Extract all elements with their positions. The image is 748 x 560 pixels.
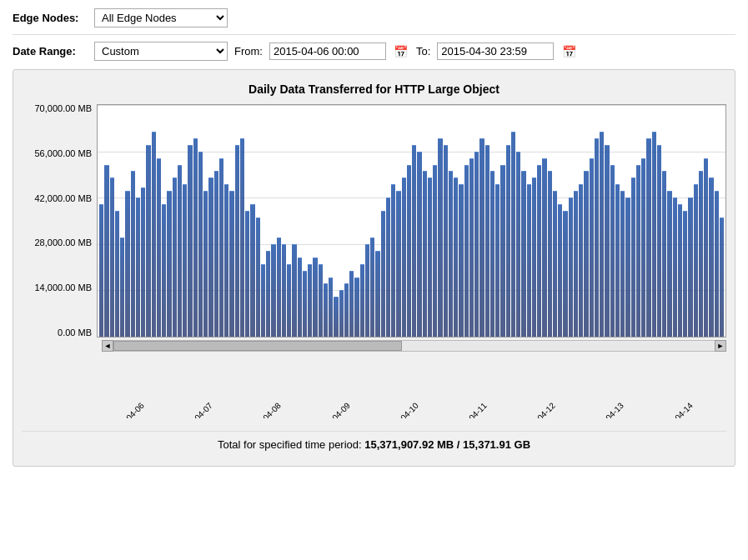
bar [479, 138, 484, 337]
total-line: Total for specified time period: 15,371,… [22, 431, 726, 458]
bar [229, 191, 233, 337]
bar [673, 198, 677, 337]
bar [438, 138, 442, 337]
bar [266, 251, 270, 337]
y-axis-label: 56,000.00 MB [22, 149, 92, 158]
bar [615, 184, 620, 337]
bar [516, 152, 520, 337]
bar [558, 204, 562, 337]
scroll-left-arrow[interactable]: ◄ [102, 340, 113, 352]
to-date-input[interactable] [437, 42, 554, 60]
date-range-row: Date Range: CustomLast 7 DaysLast 30 Day… [13, 42, 735, 61]
chart-area: 70,000.00 MB56,000.00 MB42,000.00 MB28,0… [22, 104, 726, 338]
bar [600, 132, 604, 337]
bar [354, 278, 359, 337]
bar [417, 152, 421, 337]
bar [678, 204, 682, 337]
bar [339, 290, 344, 337]
bar [715, 191, 719, 337]
bar [391, 184, 395, 337]
scroll-right-arrow[interactable]: ► [715, 340, 726, 352]
bar [657, 145, 661, 337]
bar [308, 264, 312, 337]
bar [532, 178, 536, 337]
bar [548, 171, 552, 337]
bar [157, 158, 161, 337]
scrollbar-area: ◄ ► [102, 340, 726, 352]
bar [365, 244, 369, 337]
bar [298, 258, 302, 337]
bar [683, 211, 687, 337]
x-axis-label: 2015-04-12 [520, 401, 557, 418]
date-range-select[interactable]: CustomLast 7 DaysLast 30 DaysLast 90 Day… [94, 42, 228, 61]
bar [584, 171, 588, 337]
to-calendar-icon[interactable]: 📅 [560, 43, 577, 60]
bar [277, 238, 281, 337]
total-label: Total for specified time period: [218, 438, 362, 451]
scrollbar-track[interactable] [113, 340, 715, 352]
bar [495, 184, 500, 337]
y-axis: 70,000.00 MB56,000.00 MB42,000.00 MB28,0… [22, 104, 97, 338]
x-axis-label: 2015-04-11 [452, 401, 489, 418]
bar [511, 132, 515, 337]
bar [694, 184, 698, 337]
chart-inner [97, 104, 726, 338]
bar [152, 132, 156, 337]
x-axis-label: 2015-04-08 [246, 401, 283, 418]
bar [198, 152, 203, 337]
edge-nodes-select[interactable]: All Edge NodesEdge Node 1Edge Node 2 [94, 8, 228, 28]
divider [13, 34, 735, 35]
bar [506, 145, 510, 337]
bar [203, 191, 208, 337]
bar [563, 211, 567, 337]
bar [620, 191, 625, 337]
from-calendar-icon[interactable]: 📅 [393, 43, 409, 60]
bar [433, 165, 437, 338]
bar [245, 211, 249, 337]
bar [553, 191, 557, 337]
bar [625, 198, 630, 337]
bar [173, 178, 177, 337]
bar [574, 191, 578, 337]
bar [605, 145, 609, 337]
bar [459, 184, 463, 337]
bar [167, 191, 171, 337]
to-label: To: [416, 45, 430, 58]
bar [542, 158, 546, 337]
bar [402, 178, 406, 337]
grid-line [98, 337, 725, 338]
chart-container: Daily Data Transferred for HTTP Large Ob… [13, 69, 735, 467]
bar [329, 278, 333, 337]
x-axis-label: 2015-04-07 [178, 401, 214, 418]
bars-wrapper [98, 105, 725, 337]
bar [208, 178, 213, 337]
bar [214, 171, 218, 337]
bar [282, 244, 286, 337]
bar [313, 258, 317, 337]
bar [360, 264, 364, 337]
bar [219, 158, 223, 337]
bar [699, 171, 703, 337]
bar [99, 204, 103, 337]
from-date-input[interactable] [269, 42, 386, 60]
bar [271, 244, 275, 337]
bar [595, 138, 599, 337]
bar [396, 191, 400, 337]
bar [412, 145, 416, 337]
controls-section: Edge Nodes: All Edge NodesEdge Node 1Edg… [13, 8, 735, 61]
bar [303, 271, 307, 337]
bar [662, 171, 666, 337]
bar [469, 158, 474, 337]
bar [537, 165, 541, 338]
bar [500, 165, 505, 338]
bar [590, 158, 594, 337]
bar [235, 145, 239, 337]
bar [636, 165, 640, 338]
bar [292, 244, 296, 337]
bar [349, 271, 354, 337]
edge-nodes-row: Edge Nodes: All Edge NodesEdge Node 1Edg… [13, 8, 735, 28]
bar [287, 264, 291, 337]
bar [521, 171, 525, 337]
bar [319, 264, 323, 337]
scrollbar-thumb[interactable] [113, 341, 402, 351]
